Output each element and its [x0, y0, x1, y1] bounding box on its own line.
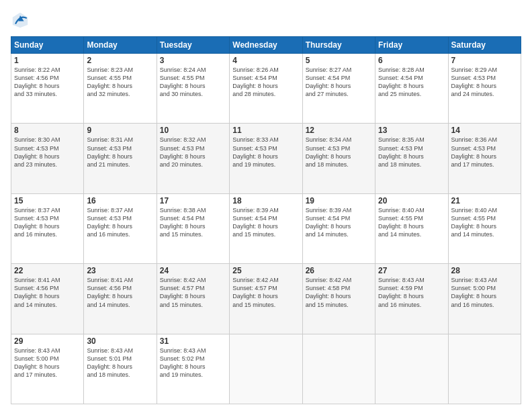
- day-info: Sunrise: 8:30 AM Sunset: 4:53 PM Dayligh…: [14, 136, 81, 169]
- day-number: 11: [232, 126, 299, 135]
- calendar-day-header: Saturday: [448, 37, 521, 54]
- calendar-cell: 25Sunrise: 8:42 AM Sunset: 4:57 PM Dayli…: [230, 264, 302, 334]
- calendar-day-header: Friday: [375, 37, 448, 54]
- calendar-cell: 15Sunrise: 8:37 AM Sunset: 4:53 PM Dayli…: [11, 193, 84, 263]
- day-info: Sunrise: 8:42 AM Sunset: 4:58 PM Dayligh…: [306, 276, 372, 309]
- calendar-cell: 1Sunrise: 8:22 AM Sunset: 4:56 PM Daylig…: [11, 54, 84, 124]
- day-info: Sunrise: 8:41 AM Sunset: 4:56 PM Dayligh…: [87, 276, 153, 309]
- day-number: 12: [306, 126, 372, 135]
- day-number: 5: [306, 56, 372, 65]
- calendar-day-header: Wednesday: [230, 37, 302, 54]
- calendar-week-row: 15Sunrise: 8:37 AM Sunset: 4:53 PM Dayli…: [11, 193, 521, 263]
- calendar-day-header: Thursday: [302, 37, 375, 54]
- calendar-cell: 4Sunrise: 8:26 AM Sunset: 4:54 PM Daylig…: [230, 54, 302, 124]
- day-number: 30: [87, 336, 153, 346]
- day-info: Sunrise: 8:23 AM Sunset: 4:55 PM Dayligh…: [87, 66, 153, 99]
- day-info: Sunrise: 8:39 AM Sunset: 4:54 PM Dayligh…: [306, 206, 372, 239]
- day-number: 16: [87, 196, 153, 205]
- day-info: Sunrise: 8:41 AM Sunset: 4:56 PM Dayligh…: [14, 276, 81, 309]
- day-info: Sunrise: 8:22 AM Sunset: 4:56 PM Dayligh…: [14, 66, 81, 99]
- calendar-cell: 29Sunrise: 8:43 AM Sunset: 5:00 PM Dayli…: [11, 334, 84, 404]
- day-number: 3: [160, 56, 226, 65]
- calendar-cell: 9Sunrise: 8:31 AM Sunset: 4:53 PM Daylig…: [84, 124, 157, 193]
- calendar-week-row: 29Sunrise: 8:43 AM Sunset: 5:00 PM Dayli…: [11, 334, 521, 404]
- day-number: 20: [378, 196, 445, 205]
- logo: [11, 11, 32, 30]
- calendar-day-header: Tuesday: [157, 37, 229, 54]
- day-number: 4: [232, 56, 299, 65]
- calendar-cell: 24Sunrise: 8:42 AM Sunset: 4:57 PM Dayli…: [157, 264, 229, 334]
- day-info: Sunrise: 8:39 AM Sunset: 4:54 PM Dayligh…: [232, 206, 299, 239]
- day-number: 18: [232, 196, 299, 205]
- day-number: 31: [160, 336, 226, 346]
- day-number: 24: [160, 266, 226, 275]
- calendar-cell: 7Sunrise: 8:29 AM Sunset: 4:53 PM Daylig…: [448, 54, 521, 124]
- calendar-week-row: 1Sunrise: 8:22 AM Sunset: 4:56 PM Daylig…: [11, 54, 521, 124]
- day-info: Sunrise: 8:43 AM Sunset: 5:02 PM Dayligh…: [160, 347, 226, 379]
- day-info: Sunrise: 8:31 AM Sunset: 4:53 PM Dayligh…: [87, 136, 153, 169]
- day-number: 21: [451, 196, 518, 205]
- day-info: Sunrise: 8:34 AM Sunset: 4:53 PM Dayligh…: [306, 136, 372, 169]
- day-info: Sunrise: 8:43 AM Sunset: 4:59 PM Dayligh…: [378, 276, 445, 309]
- calendar-cell: 6Sunrise: 8:28 AM Sunset: 4:54 PM Daylig…: [375, 54, 448, 124]
- day-info: Sunrise: 8:40 AM Sunset: 4:55 PM Dayligh…: [451, 206, 518, 239]
- day-info: Sunrise: 8:43 AM Sunset: 5:00 PM Dayligh…: [451, 276, 518, 309]
- day-number: 9: [87, 126, 153, 135]
- calendar-cell: 23Sunrise: 8:41 AM Sunset: 4:56 PM Dayli…: [84, 264, 157, 334]
- calendar-cell: 19Sunrise: 8:39 AM Sunset: 4:54 PM Dayli…: [302, 193, 375, 263]
- day-number: 10: [160, 126, 226, 135]
- calendar-cell: 2Sunrise: 8:23 AM Sunset: 4:55 PM Daylig…: [84, 54, 157, 124]
- header: [11, 11, 521, 30]
- day-number: 15: [14, 196, 81, 205]
- day-number: 29: [14, 336, 81, 346]
- day-number: 2: [87, 56, 153, 65]
- day-info: Sunrise: 8:29 AM Sunset: 4:53 PM Dayligh…: [451, 66, 518, 99]
- day-number: 1: [14, 56, 81, 65]
- calendar-cell: 31Sunrise: 8:43 AM Sunset: 5:02 PM Dayli…: [157, 334, 229, 404]
- calendar-cell: [448, 334, 521, 404]
- day-info: Sunrise: 8:28 AM Sunset: 4:54 PM Dayligh…: [378, 66, 445, 99]
- day-number: 7: [451, 56, 518, 65]
- day-info: Sunrise: 8:32 AM Sunset: 4:53 PM Dayligh…: [160, 136, 226, 169]
- day-info: Sunrise: 8:27 AM Sunset: 4:54 PM Dayligh…: [306, 66, 372, 99]
- calendar-cell: 16Sunrise: 8:37 AM Sunset: 4:53 PM Dayli…: [84, 193, 157, 263]
- calendar-week-row: 22Sunrise: 8:41 AM Sunset: 4:56 PM Dayli…: [11, 264, 521, 334]
- day-number: 23: [87, 266, 153, 275]
- day-info: Sunrise: 8:42 AM Sunset: 4:57 PM Dayligh…: [232, 276, 299, 309]
- calendar-cell: 12Sunrise: 8:34 AM Sunset: 4:53 PM Dayli…: [302, 124, 375, 193]
- day-info: Sunrise: 8:40 AM Sunset: 4:55 PM Dayligh…: [378, 206, 445, 239]
- day-info: Sunrise: 8:43 AM Sunset: 5:01 PM Dayligh…: [87, 347, 153, 379]
- calendar-cell: 18Sunrise: 8:39 AM Sunset: 4:54 PM Dayli…: [230, 193, 302, 263]
- calendar-header-row: SundayMondayTuesdayWednesdayThursdayFrid…: [11, 37, 521, 54]
- calendar-cell: [230, 334, 302, 404]
- day-number: 8: [14, 126, 81, 135]
- calendar-day-header: Monday: [84, 37, 157, 54]
- calendar-cell: 21Sunrise: 8:40 AM Sunset: 4:55 PM Dayli…: [448, 193, 521, 263]
- day-number: 22: [14, 266, 81, 275]
- page: SundayMondayTuesdayWednesdayThursdayFrid…: [0, 0, 532, 411]
- calendar-day-header: Sunday: [11, 37, 84, 54]
- day-info: Sunrise: 8:33 AM Sunset: 4:53 PM Dayligh…: [232, 136, 299, 169]
- day-number: 6: [378, 56, 445, 65]
- calendar-cell: 20Sunrise: 8:40 AM Sunset: 4:55 PM Dayli…: [375, 193, 448, 263]
- day-info: Sunrise: 8:43 AM Sunset: 5:00 PM Dayligh…: [14, 347, 81, 379]
- day-number: 25: [232, 266, 299, 275]
- day-info: Sunrise: 8:42 AM Sunset: 4:57 PM Dayligh…: [160, 276, 226, 309]
- calendar-cell: 17Sunrise: 8:38 AM Sunset: 4:54 PM Dayli…: [157, 193, 229, 263]
- day-number: 27: [378, 266, 445, 275]
- day-info: Sunrise: 8:38 AM Sunset: 4:54 PM Dayligh…: [160, 206, 226, 239]
- day-info: Sunrise: 8:37 AM Sunset: 4:53 PM Dayligh…: [87, 206, 153, 239]
- calendar-cell: 27Sunrise: 8:43 AM Sunset: 4:59 PM Dayli…: [375, 264, 448, 334]
- calendar-cell: 10Sunrise: 8:32 AM Sunset: 4:53 PM Dayli…: [157, 124, 229, 193]
- logo-icon: [11, 11, 30, 30]
- day-number: 19: [306, 196, 372, 205]
- calendar-cell: 3Sunrise: 8:24 AM Sunset: 4:55 PM Daylig…: [157, 54, 229, 124]
- day-number: 28: [451, 266, 518, 275]
- calendar-table: SundayMondayTuesdayWednesdayThursdayFrid…: [11, 36, 521, 404]
- day-info: Sunrise: 8:37 AM Sunset: 4:53 PM Dayligh…: [14, 206, 81, 239]
- day-info: Sunrise: 8:35 AM Sunset: 4:53 PM Dayligh…: [378, 136, 445, 169]
- calendar-cell: 13Sunrise: 8:35 AM Sunset: 4:53 PM Dayli…: [375, 124, 448, 193]
- calendar-cell: 26Sunrise: 8:42 AM Sunset: 4:58 PM Dayli…: [302, 264, 375, 334]
- calendar-cell: 14Sunrise: 8:36 AM Sunset: 4:53 PM Dayli…: [448, 124, 521, 193]
- day-info: Sunrise: 8:26 AM Sunset: 4:54 PM Dayligh…: [232, 66, 299, 99]
